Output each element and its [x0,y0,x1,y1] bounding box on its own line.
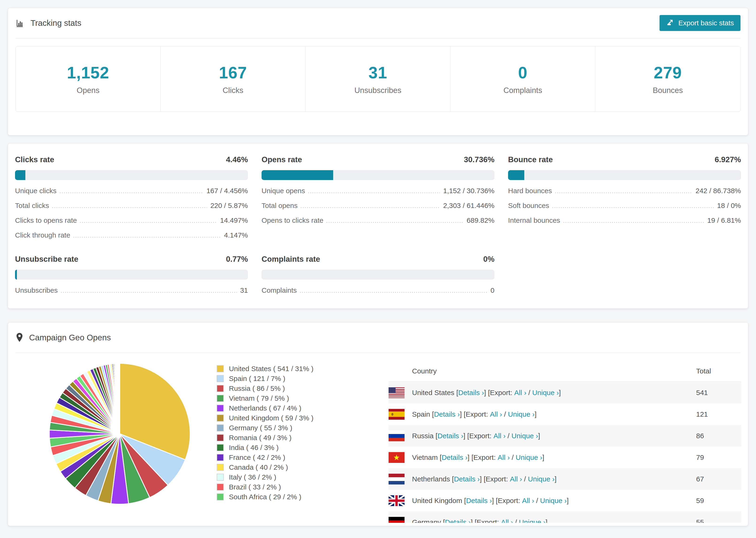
export-unique-link[interactable]: Unique › [519,518,545,523]
export-unique-link[interactable]: Unique › [532,389,559,397]
geo-table-header: Country Total [389,361,741,382]
legend-label: India ( 46 / 3% ) [229,444,279,452]
country-name: Netherlands [412,475,450,483]
details-link[interactable]: Details › [445,518,471,523]
export-unique-link[interactable]: Unique › [515,454,542,461]
legend-swatch-icon [217,444,224,451]
total-cell: 67 [696,475,741,483]
bracket-text: ] [Export: [480,475,510,483]
bracket-text: ] [Export: [463,432,493,440]
dotted-leader [564,222,704,223]
rate-detail-label: Soft bounces [508,202,549,210]
legend-item-united-states: United States ( 541 / 31% ) [217,364,313,374]
legend-item-canada: Canada ( 40 / 2% ) [217,462,313,472]
country-name: Germany [412,518,441,523]
rate-head: Opens rate30.736% [261,155,495,164]
details-link[interactable]: Details › [442,454,467,461]
rate-detail-row: Click through rate4.147% [15,231,248,239]
total-cell: 59 [696,497,741,505]
export-unique-link[interactable]: Unique › [512,432,538,440]
legend-swatch-icon [217,405,224,412]
bracket-text: ] [Export: [467,454,498,461]
summary-label: Unsubscribes [354,86,402,95]
export-all-link[interactable]: All › [510,475,522,483]
export-all-link[interactable]: All › [514,389,526,397]
progress-bar [15,270,248,280]
legend-item-netherlands: Netherlands ( 67 / 4% ) [217,403,313,413]
legend-swatch-icon [217,385,224,392]
rate-detail-value: 4.147% [224,231,248,239]
rate-section-clicks-rate: Clicks rate4.46%Unique clicks167 / 4.456… [15,155,248,239]
export-unique-link[interactable]: Unique › [508,410,535,418]
country-cell: United Kingdom [Details ›] [Export: All … [389,495,696,506]
progress-bar-fill [15,270,17,280]
geo-section-title: Campaign Geo Opens [29,333,111,342]
bracket-text: ] [Export: [492,497,522,505]
country-cell: Germany [Details ›] [Export: All › / Uni… [389,517,696,523]
details-link[interactable]: Details › [458,389,484,397]
details-link[interactable]: Details › [454,475,480,483]
progress-bar [261,170,495,180]
summary-stat-unsubscribes: 31Unsubscribes [305,46,450,112]
legend-swatch-icon [217,365,224,372]
progress-bar [261,270,495,280]
page-title: Tracking stats [30,18,81,28]
rate-detail-value: 18 / 0% [717,202,741,210]
bracket-text: / [502,410,508,418]
rate-title: Unsubscribe rate [15,255,79,264]
legend-item-vietnam: Vietnam ( 79 / 5% ) [217,394,313,403]
details-link[interactable]: Details › [434,410,460,418]
rate-head: Unsubscribe rate0.77% [15,255,248,264]
export-all-link[interactable]: All › [522,497,534,505]
rate-section-bounce-rate: Bounce rate6.927%Hard bounces242 / 86.73… [508,155,741,239]
dotted-leader [80,222,217,223]
details-link[interactable]: Details › [466,497,492,505]
geo-content: United States ( 541 / 31% )Spain ( 121 /… [8,353,748,526]
rate-title: Bounce rate [508,155,553,164]
rate-title: Complaints rate [261,255,320,264]
legend-item-brazil: Brazil ( 33 / 2% ) [217,482,313,492]
map-pin-icon [16,332,24,343]
summary-label: Clicks [223,86,243,95]
rate-detail-label: Click through rate [15,231,70,239]
progress-bar [508,170,741,180]
bracket-text: ] [Export: [484,389,514,397]
export-unique-link[interactable]: Unique › [540,497,567,505]
details-link[interactable]: Details › [437,432,463,440]
rate-detail-row: Opens to clicks rate689.82% [261,216,495,224]
dotted-leader [327,222,463,223]
bracket-text: [ [450,475,454,483]
export-all-link[interactable]: All › [498,454,510,461]
gb-flag-icon [389,495,405,506]
rate-detail-value: 14.497% [220,216,248,224]
progress-bar-fill [15,170,26,180]
table-row-united-kingdom: United Kingdom [Details ›] [Export: All … [389,490,741,511]
bracket-text: [ [438,454,442,461]
export-basic-stats-button[interactable]: Export basic stats [660,15,740,31]
bracket-text: / [510,454,515,461]
total-cell: 55 [696,518,741,523]
bracket-text: / [522,475,528,483]
table-row-netherlands: Netherlands [Details ›] [Export: All › /… [389,468,741,490]
legend-item-united-kingdom: United Kingdom ( 59 / 3% ) [217,413,313,423]
country-name: United Kingdom [412,497,462,505]
legend-label: United States ( 541 / 31% ) [229,365,313,373]
legend-swatch-icon [217,424,224,431]
rate-detail-label: Unique clicks [15,187,57,195]
bracket-text: [ [462,497,466,505]
bracket-text: / [534,497,540,505]
bracket-text: [ [441,518,445,523]
table-row-germany: Germany [Details ›] [Export: All › / Uni… [389,511,741,523]
rate-value: 0% [483,255,495,264]
rate-detail-value: 19 / 6.81% [707,216,741,224]
rate-detail-row: Soft bounces18 / 0% [508,202,741,210]
export-all-link[interactable]: All › [490,410,502,418]
export-all-link[interactable]: All › [501,518,513,523]
rate-detail-row: Hard bounces242 / 86.738% [508,187,741,195]
export-all-link[interactable]: All › [494,432,506,440]
export-unique-link[interactable]: Unique › [528,475,555,483]
summary-label: Bounces [653,86,683,95]
legend-item-south-africa: South Africa ( 29 / 2% ) [217,492,313,502]
legend-item-romania: Romania ( 49 / 3% ) [217,433,313,443]
bracket-text: ] [535,410,536,418]
